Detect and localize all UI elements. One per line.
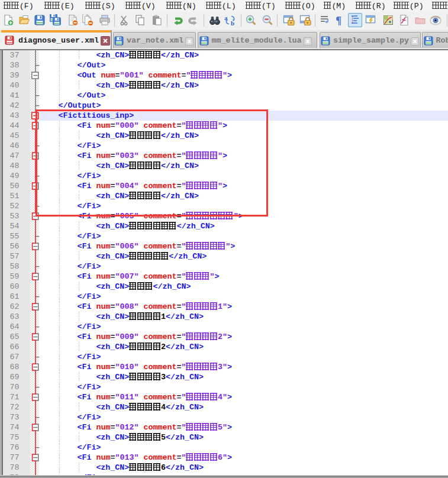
svg-text:¶: ¶ xyxy=(336,14,341,26)
